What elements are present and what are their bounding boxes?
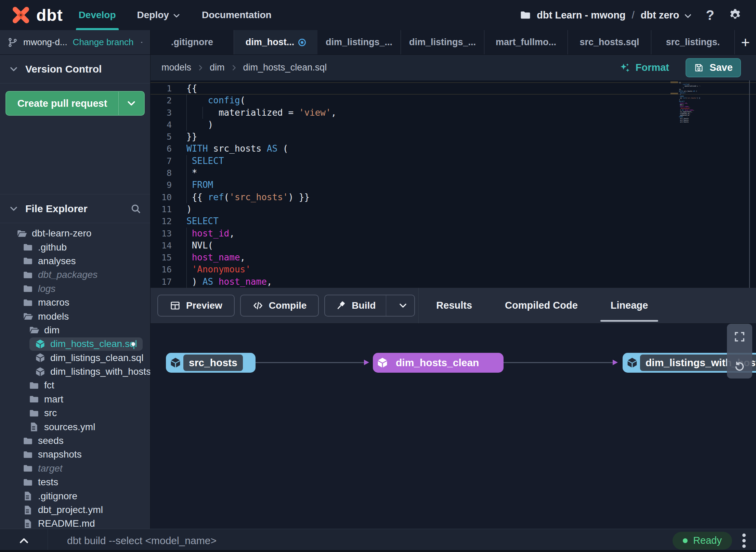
tree-item-dim_hosts_clean.sql[interactable]: dim_hosts_clean.sql: [0, 337, 150, 351]
lineage-node-dim_hosts_clean[interactable]: dim_hosts_clean: [373, 353, 504, 373]
help-button[interactable]: ?: [706, 8, 714, 23]
compile-button[interactable]: Compile: [240, 295, 319, 317]
folder-icon: [23, 449, 33, 460]
code-line-content[interactable]: 'Anonymous': [172, 264, 756, 275]
create-pull-request-label[interactable]: Create pull request: [6, 92, 119, 115]
panel-tab-compiled-code[interactable]: Compiled Code: [505, 288, 578, 323]
code-line-content[interactable]: ): [172, 119, 756, 131]
refresh-icon[interactable]: [733, 361, 746, 373]
code-line-content[interactable]: host_id,: [172, 228, 756, 240]
code-line-content[interactable]: SELECT: [172, 155, 756, 167]
tree-item-dim_listings_clean.sql[interactable]: dim_listings_clean.sql: [0, 351, 150, 365]
code-line-content[interactable]: {{ ref('src_hosts') }}: [172, 191, 756, 203]
tree-item-.gitignore[interactable]: .gitignore: [0, 489, 150, 503]
version-control-header[interactable]: Version Control: [0, 55, 150, 84]
tree-item-analyses[interactable]: analyses: [0, 254, 150, 268]
pull-request-dropdown-button[interactable]: [119, 92, 144, 115]
project-dropdown[interactable]: dbt zero: [641, 10, 692, 21]
code-line-content[interactable]: host_name,: [172, 252, 756, 264]
code-line-content[interactable]: }}: [172, 131, 756, 143]
file-tab-src_listings.[interactable]: src_listings.: [651, 30, 735, 54]
search-icon[interactable]: [130, 203, 141, 214]
file-tree: dbt-learn-zero.githubanalysesdbt_package…: [0, 223, 150, 529]
kebab-menu-icon[interactable]: [741, 534, 756, 548]
tree-item-fct[interactable]: fct: [0, 378, 150, 392]
panel-tab-lineage[interactable]: Lineage: [611, 288, 648, 323]
tree-item-.github[interactable]: .github: [0, 240, 150, 254]
editor-scrollbar[interactable]: [749, 80, 750, 288]
tree-item-label: fct: [44, 380, 54, 391]
collapse-command-bar-button[interactable]: [0, 529, 48, 552]
code-line-content[interactable]: {{: [172, 82, 756, 94]
code-line-content[interactable]: ) AS host_name,: [172, 276, 756, 288]
code-editor[interactable]: 1{{2 config(3 materialized = 'view',4 )5…: [151, 80, 756, 288]
file-tab-.gitignore[interactable]: .gitignore: [151, 30, 234, 54]
project-switcher: dbt Learn - mwong / dbt zero: [520, 9, 692, 21]
create-pull-request-button[interactable]: Create pull request: [5, 91, 145, 116]
nav-label: Develop: [79, 10, 116, 21]
tree-item-dim_listings_with_hosts...[interactable]: dim_listings_with_hosts...: [0, 365, 150, 378]
status-badge[interactable]: Ready: [673, 532, 732, 550]
breadcrumb-item[interactable]: dim_hosts_clean.sql: [243, 62, 327, 73]
file-tab-dim_host...[interactable]: dim_host...: [234, 30, 317, 54]
build-dropdown-button[interactable]: [392, 295, 414, 316]
new-tab-button[interactable]: +: [735, 30, 756, 54]
tree-item-tests[interactable]: tests: [0, 475, 150, 489]
build-main-button[interactable]: Build: [325, 295, 386, 316]
tree-item-dim[interactable]: dim: [0, 323, 150, 337]
chevron-down-icon: [9, 204, 18, 214]
code-line-content[interactable]: WITH src_hosts AS (: [172, 143, 756, 155]
code-line-content[interactable]: config(: [172, 94, 756, 106]
file-tab-mart_fullmo...[interactable]: mart_fullmo...: [484, 30, 568, 54]
code-line-content[interactable]: materialized = 'view',: [172, 107, 756, 119]
nav-develop[interactable]: Develop: [79, 0, 116, 30]
tree-item-dbt-learn-zero[interactable]: dbt-learn-zero: [0, 227, 150, 240]
tree-item-logs[interactable]: logs: [0, 282, 150, 296]
dbt-logo-icon: [10, 4, 31, 26]
save-button[interactable]: Save: [686, 58, 741, 77]
lineage-node-src_hosts[interactable]: src_hosts: [166, 353, 256, 373]
preview-button[interactable]: Preview: [157, 295, 235, 317]
tree-item-snapshots[interactable]: snapshots: [0, 448, 150, 461]
code-line-content[interactable]: ): [172, 203, 756, 215]
bottom-panel-toolbar: PreviewCompileBuild ResultsCompiled Code…: [151, 288, 756, 324]
command-input[interactable]: [48, 535, 673, 547]
breadcrumb-item[interactable]: dim: [210, 62, 225, 73]
code-line-7: 7 SELECT: [151, 155, 756, 167]
nav-documentation[interactable]: Documentation: [202, 0, 272, 30]
line-number: 11: [151, 203, 172, 215]
tree-item-models[interactable]: models: [0, 309, 150, 323]
file-explorer-header[interactable]: File Explorer: [0, 194, 150, 223]
change-branch-link[interactable]: Change branch: [73, 37, 134, 48]
breadcrumb-item[interactable]: models: [161, 62, 191, 73]
code-line-content[interactable]: SELECT: [172, 215, 756, 227]
minimap[interactable]: {{ config( materialized = 'view', )}}WIT…: [679, 82, 700, 123]
tree-item-mart[interactable]: mart: [0, 393, 150, 406]
code-line-10: 10 {{ ref('src_hosts') }}: [151, 191, 756, 203]
format-button[interactable]: Format: [619, 62, 669, 74]
settings-gear-icon[interactable]: [728, 8, 742, 22]
tree-item-sources.yml[interactable]: sources.yml: [0, 420, 150, 434]
file-tab-dim_listings_...[interactable]: dim_listings_...: [317, 30, 401, 54]
docs-book-icon[interactable]: [141, 37, 143, 48]
model-cube-icon: [375, 357, 390, 369]
code-line-content[interactable]: FROM: [172, 179, 756, 191]
fullscreen-icon[interactable]: [733, 331, 746, 343]
tree-item-src[interactable]: src: [0, 406, 150, 420]
tree-item-dbt_project.yml[interactable]: dbt_project.yml: [0, 503, 150, 517]
lineage-canvas[interactable]: src_hostsdim_hosts_cleandim_listings_wit…: [151, 324, 756, 529]
code-line-content[interactable]: *: [172, 167, 756, 179]
tree-item-seeds[interactable]: seeds: [0, 434, 150, 448]
build-button[interactable]: Build: [324, 295, 415, 317]
code-line-content[interactable]: NVL(: [172, 240, 756, 252]
dbt-logo[interactable]: dbt: [0, 4, 79, 26]
line-number: 6: [151, 143, 172, 155]
file-tab-dim_listings_...[interactable]: dim_listings_...: [401, 30, 484, 54]
tree-item-target[interactable]: target: [0, 462, 150, 475]
tree-item-macros[interactable]: macros: [0, 296, 150, 309]
file-tab-src_hosts.sql[interactable]: src_hosts.sql: [568, 30, 651, 54]
panel-tab-results[interactable]: Results: [436, 288, 472, 323]
tree-item-README.md[interactable]: README.md: [0, 517, 150, 529]
nav-deploy[interactable]: Deploy: [137, 0, 181, 30]
tree-item-dbt_packages[interactable]: dbt_packages: [0, 268, 150, 282]
